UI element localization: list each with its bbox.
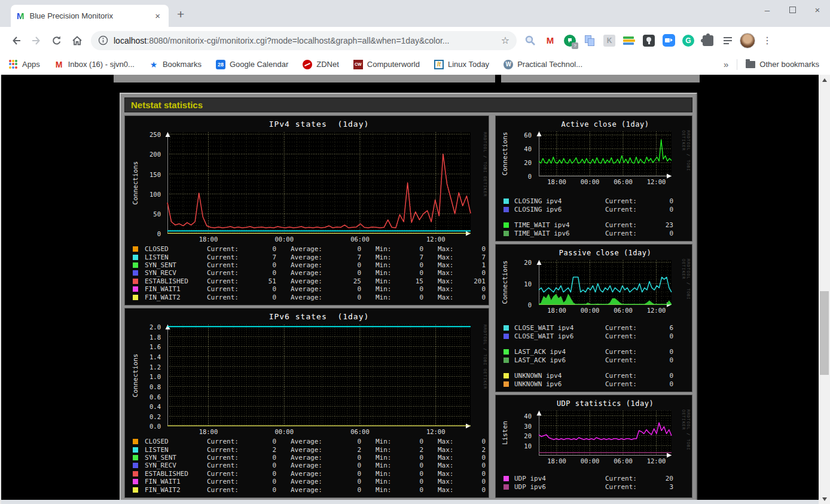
extensions-puzzle-icon[interactable] — [700, 33, 716, 48]
bookmark-apps[interactable]: Apps — [8, 60, 40, 69]
scrollbar-up-arrow-icon[interactable] — [819, 75, 830, 85]
x-tick-label: 18:00 — [547, 307, 566, 314]
minimize-button[interactable]: – — [755, 0, 780, 19]
legend-row: LISTENCurrent:2Average:2Min:2Max:2 — [133, 445, 489, 453]
tab-title: Blue Precision Monitorix — [30, 11, 153, 20]
search-extension-icon[interactable] — [523, 33, 538, 48]
profile-avatar[interactable] — [740, 33, 755, 48]
legend-row: FIN_WAIT1Current:0Average:0Min:0Max:0 — [133, 478, 489, 485]
y-tick-label: 0 — [528, 173, 532, 180]
legend-swatch — [504, 349, 509, 355]
ipv4-states-graph[interactable]: IPv4 states (1day) Connections 050100150… — [124, 115, 489, 306]
y-tick-label: 20 — [524, 432, 532, 439]
new-tab-button[interactable]: + — [177, 7, 184, 22]
x-tick-label: 06:00 — [614, 457, 633, 465]
bookmark-star-icon[interactable]: ☆ — [501, 35, 509, 46]
address-bar[interactable]: localhost :8080/monitorix-cgi/monitorix.… — [91, 31, 517, 50]
legend-group: UNKNOWN ipv4Current:0UNKNOWN ipv6Current… — [504, 372, 692, 388]
reload-icon — [51, 35, 63, 47]
legend-group: LAST_ACK ipv4Current:0LAST_ACK ipv6Curre… — [504, 348, 692, 364]
active-close-graph[interactable]: Active close (1day) Connections 0204060 … — [495, 115, 692, 242]
legend-swatch — [133, 255, 138, 260]
legend-row: CLOSEDCurrent:0Average:0Min:0Max:0 — [133, 438, 489, 445]
star-icon: ★ — [149, 60, 158, 69]
bookmark-google-calendar[interactable]: 28 Google Calendar — [216, 60, 288, 69]
browser-menu-button[interactable]: ⋮ — [759, 33, 775, 48]
x-tick-label: 12:00 — [426, 428, 445, 435]
y-tick-label: 250 — [149, 131, 161, 138]
netstat-section: Netstat statistics IPv4 states (1day) Co… — [120, 93, 697, 504]
ipv6-states-graph[interactable]: IPv6 states (1day) Connections 0.00.20.4… — [124, 308, 489, 498]
legend-row: CLOSING ipv6Current:0 — [504, 206, 692, 214]
close-window-button[interactable]: × — [805, 0, 830, 19]
y-axis-ticks: 01020 — [496, 260, 534, 305]
bookmarks-overflow-button[interactable]: » — [724, 59, 728, 69]
bookmark-bookmarks[interactable]: ★ Bookmarks — [149, 60, 202, 69]
legend-swatch — [133, 279, 138, 284]
tab-monitorix[interactable]: M Blue Precision Monitorix × — [11, 5, 169, 27]
x-tick-label: 06:00 — [614, 307, 633, 314]
legend-row: SYN_RECVCurrent:0Average:0Min:0Max:0 — [133, 462, 489, 469]
home-button[interactable] — [67, 30, 87, 51]
computerworld-icon: CW — [353, 60, 363, 69]
y-axis-ticks: 10203040 — [496, 411, 534, 456]
x-tick-label: 06:00 — [614, 178, 633, 185]
rrdtool-watermark: RRDTOOL / TOBI OETIKER — [681, 259, 691, 315]
reload-button[interactable] — [47, 30, 67, 51]
scrollbar-thumb[interactable] — [820, 291, 829, 375]
k-extension-icon[interactable]: K — [602, 33, 617, 48]
page-scrollbar[interactable] — [819, 75, 830, 504]
back-icon — [10, 35, 22, 47]
passive-close-graph[interactable]: Passive close (1day) Connections 01020 1… — [495, 244, 692, 392]
legend-swatch — [504, 222, 509, 228]
hangouts-extension-icon[interactable]: ? — [562, 33, 578, 48]
extensions-row: M ? K G ⋮ — [523, 33, 775, 48]
y-tick-label: 150 — [149, 171, 161, 178]
graph-legend: CLOSEDCurrent:0Average:0Min:0Max:0LISTEN… — [125, 245, 489, 301]
legend-swatch — [504, 231, 509, 236]
bookmark-computerworld[interactable]: CW Computerworld — [353, 60, 420, 69]
keeper-extension-icon[interactable] — [641, 33, 657, 48]
scrollbar-down-arrow-icon[interactable] — [819, 494, 830, 504]
y-tick-label: 40 — [524, 413, 532, 420]
browser-window: M Blue Precision Monitorix × + – × — [0, 0, 830, 504]
bookmark-label: Google Calendar — [230, 60, 288, 69]
books-extension-icon[interactable] — [621, 33, 637, 48]
bookmark-zdnet[interactable]: ZDNet — [303, 60, 339, 69]
grammarly-extension-icon[interactable]: G — [681, 33, 696, 48]
legend-swatch — [504, 198, 509, 204]
tab-close-icon[interactable]: × — [152, 11, 163, 21]
forward-button[interactable] — [26, 30, 47, 51]
y-tick-label: 60 — [524, 132, 532, 139]
page-info-icon[interactable] — [98, 35, 108, 45]
graph-title: Passive close (1day) — [539, 249, 672, 257]
bookmark-linux-today[interactable]: lt Linux Today — [434, 60, 489, 69]
zoom-extension-icon[interactable] — [661, 33, 676, 48]
rrdtool-watermark: RRDTOOL / TOBI OETIKER — [483, 325, 487, 389]
bookmark-practical-technology[interactable]: W Practical Technol... — [504, 60, 582, 69]
x-axis-ticks: 18:0000:0006:0012:00 — [167, 428, 471, 436]
maximize-icon — [789, 7, 796, 13]
copy-pages-extension-icon[interactable] — [582, 33, 597, 48]
other-bookmarks-button[interactable]: Other bookmarks — [746, 60, 819, 69]
maximize-button[interactable] — [780, 0, 805, 19]
legend-swatch — [504, 334, 509, 339]
legend-row: FIN_WAIT2Current:0Average:0Min:0Max:0 — [133, 293, 489, 301]
legend-row: UDP ipv6Current:3 — [504, 483, 692, 491]
y-tick-label: 20 — [524, 159, 532, 166]
y-tick-label: 0.2 — [149, 413, 161, 420]
legend-group: CLOSING ipv4Current:0CLOSING ipv6Current… — [504, 197, 692, 213]
playlist-extension-icon[interactable] — [720, 33, 736, 48]
x-tick-label: 18:00 — [547, 457, 566, 465]
gmail-extension-icon[interactable]: M — [542, 33, 558, 48]
bookmark-inbox[interactable]: M Inbox (16) - sjvn0... — [54, 60, 135, 69]
bookmark-label: Apps — [22, 60, 40, 69]
legend-swatch — [504, 381, 509, 387]
y-tick-label: 40 — [524, 145, 532, 152]
bookmark-label: Computerworld — [367, 60, 420, 69]
udp-statistics-graph[interactable]: UDP statistics (1day) Listen 10203040 18… — [495, 395, 692, 498]
bookmark-label: Bookmarks — [163, 60, 202, 69]
graph-title: IPv6 states (1day) — [167, 312, 471, 321]
back-button[interactable] — [6, 30, 26, 51]
x-tick-label: 12:00 — [426, 236, 445, 243]
